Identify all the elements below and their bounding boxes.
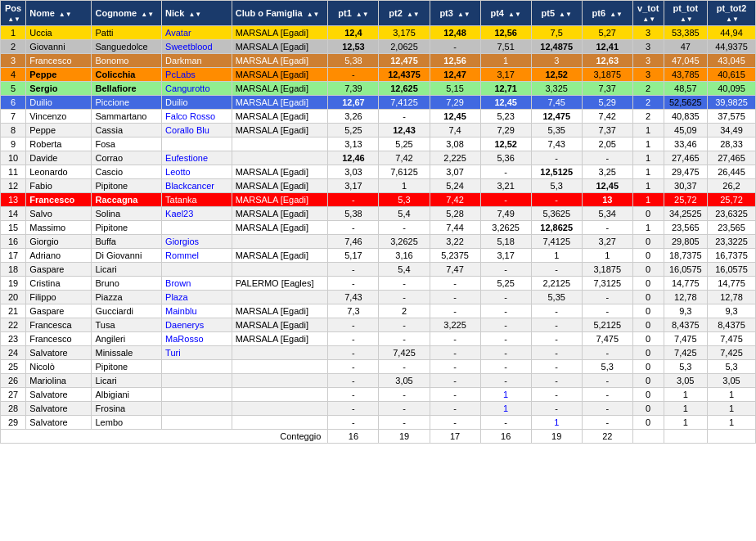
col-header-pt6[interactable]: pt6 ▲▼ bbox=[582, 1, 632, 26]
sort-arrow-pt3: ▲▼ bbox=[457, 11, 470, 18]
table-row: 12FabioPipitoneBlackcancerMARSALA [Egadi… bbox=[1, 179, 756, 193]
table-row: 14SalvoSolinaKael23MARSALA [Egadi]5,385,… bbox=[1, 207, 756, 221]
table-row: 9RobertaFosa3,135,253,0812,527,432,05133… bbox=[1, 138, 756, 151]
table-row: 26MariolinaLicari-3,05----03,053,05 bbox=[1, 374, 756, 388]
sort-arrow-vtot: ▲▼ bbox=[642, 16, 655, 23]
footer-pt4: 16 bbox=[480, 430, 531, 444]
table-row: 20FilippoPiazzaPlaza7,43---5,35-012,7812… bbox=[1, 291, 756, 304]
sort-arrow-cognome: ▲▼ bbox=[141, 11, 154, 18]
footer-label: Conteggio bbox=[1, 430, 328, 444]
col-header-vtot[interactable]: v_tot ▲▼ bbox=[632, 1, 664, 26]
table-row: 19CristinaBrunoBrownPALERMO [Eagles]---5… bbox=[1, 277, 756, 291]
sort-arrow-pos: ▲▼ bbox=[7, 16, 20, 23]
table-row: 8PeppeCassiaCorallo BluMARSALA [Egadi]5,… bbox=[1, 124, 756, 138]
table-row: 1UcciaPattiAvatarMARSALA [Egadi]12,43,17… bbox=[1, 26, 756, 40]
col-header-cognome[interactable]: Cognome ▲▼ bbox=[92, 1, 162, 26]
footer-pt5: 19 bbox=[531, 430, 582, 444]
table-row: 25NicolòPipitone-----5,305,35,3 bbox=[1, 360, 756, 374]
table-row: 15MassimoPipitoneMARSALA [Egadi]--7,443,… bbox=[1, 221, 756, 235]
table-row: 7VincenzoSammartanoFalco RossoMARSALA [E… bbox=[1, 110, 756, 124]
table-row: 10DavideCorraoEufestione12,467,422,2255,… bbox=[1, 151, 756, 165]
table-row: 21GaspareGucciardiMainbluMARSALA [Egadi]… bbox=[1, 304, 756, 318]
footer-pt1: 16 bbox=[328, 430, 379, 444]
col-header-club[interactable]: Club o Famiglia ▲▼ bbox=[232, 1, 328, 26]
col-header-pttot[interactable]: pt_tot ▲▼ bbox=[664, 1, 708, 26]
table-row: 17AdrianoDi GiovanniRommelMARSALA [Egadi… bbox=[1, 249, 756, 263]
table-row: 16GiorgioBuffaGiorgios7,463,26253,225,18… bbox=[1, 235, 756, 249]
table-row: 23FrancescoAngileriMaRossoMARSALA [Egadi… bbox=[1, 332, 756, 346]
sort-arrow-pt5: ▲▼ bbox=[559, 11, 572, 18]
footer-pt3: 17 bbox=[430, 430, 480, 444]
col-header-pt1[interactable]: pt1 ▲▼ bbox=[328, 1, 379, 26]
table-row: 13FrancescoRaccagnaTatankaMARSALA [Egadi… bbox=[1, 193, 756, 207]
table-row: 28SalvatoreFrosina---1--011 bbox=[1, 402, 756, 416]
footer-pt2: 19 bbox=[379, 430, 430, 444]
col-header-pos[interactable]: Pos ▲▼ bbox=[1, 1, 26, 26]
footer-empty3 bbox=[708, 430, 756, 444]
sort-arrow-pt4: ▲▼ bbox=[508, 11, 521, 18]
table-row: 6DuilioPiccioneDuilioMARSALA [Egadi]12,6… bbox=[1, 96, 756, 110]
sort-arrow-pttot2: ▲▼ bbox=[726, 16, 739, 23]
col-header-pttot2[interactable]: pt_tot2 ▲▼ bbox=[708, 1, 756, 26]
col-header-nome[interactable]: Nome ▲▼ bbox=[26, 1, 92, 26]
table-row: 18GaspareLicari-5,47,47--3,1875016,05751… bbox=[1, 263, 756, 277]
header-row: Pos ▲▼ Nome ▲▼ Cognome ▲▼ Nick ▲▼ Club o… bbox=[1, 1, 756, 26]
table-row: 24SalvatoreMinissaleTuri-7,425----07,425… bbox=[1, 346, 756, 360]
sort-arrow-pttot: ▲▼ bbox=[680, 16, 693, 23]
footer-row: Conteggio 16 19 17 16 19 22 bbox=[1, 430, 756, 444]
sort-arrow-nick: ▲▼ bbox=[188, 11, 201, 18]
sort-arrow-nome: ▲▼ bbox=[59, 11, 72, 18]
footer-empty2 bbox=[664, 430, 708, 444]
table-row: 3FrancescoBonomoDarkmanMARSALA [Egadi]5,… bbox=[1, 54, 756, 68]
sort-arrow-pt6: ▲▼ bbox=[610, 11, 623, 18]
footer-empty1 bbox=[632, 430, 664, 444]
table-row: 29SalvatoreLembo----1-011 bbox=[1, 416, 756, 430]
sort-arrow-pt1: ▲▼ bbox=[356, 11, 369, 18]
footer-pt6: 22 bbox=[582, 430, 632, 444]
col-header-pt4[interactable]: pt4 ▲▼ bbox=[480, 1, 531, 26]
table-row: 11LeonardoCascioLeottoMARSALA [Egadi]3,0… bbox=[1, 165, 756, 179]
col-header-pt3[interactable]: pt3 ▲▼ bbox=[430, 1, 480, 26]
sort-arrow-club: ▲▼ bbox=[307, 11, 320, 18]
table-row: 2GiovanniSanguedolceSweetbloodMARSALA [E… bbox=[1, 40, 756, 54]
sort-arrow-pt2: ▲▼ bbox=[407, 11, 420, 18]
col-header-pt5[interactable]: pt5 ▲▼ bbox=[531, 1, 582, 26]
table-row: 22FrancescaTusaDaenerysMARSALA [Egadi]--… bbox=[1, 318, 756, 332]
main-table: Pos ▲▼ Nome ▲▼ Cognome ▲▼ Nick ▲▼ Club o… bbox=[0, 0, 756, 444]
table-row: 27SalvatoreAlbigiani---1--011 bbox=[1, 388, 756, 402]
col-header-nick[interactable]: Nick ▲▼ bbox=[162, 1, 232, 26]
table-row: 5SergioBellafioreCangurottoMARSALA [Egad… bbox=[1, 82, 756, 96]
table-body: 1UcciaPattiAvatarMARSALA [Egadi]12,43,17… bbox=[1, 26, 756, 430]
col-header-pt2[interactable]: pt2 ▲▼ bbox=[379, 1, 430, 26]
table-row: 4PeppeColicchiaPcLabsMARSALA [Egadi]-12,… bbox=[1, 68, 756, 82]
